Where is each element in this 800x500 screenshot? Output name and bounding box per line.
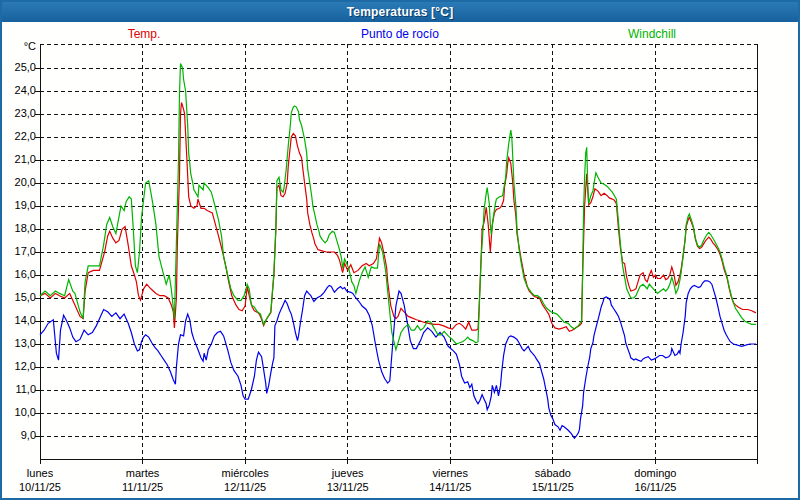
x-day-label-domingo: domingo [600, 467, 710, 479]
x-date-label-lunes: 10/11/25 [0, 481, 95, 493]
x-date-label-viernes: 14/11/25 [395, 481, 505, 493]
y-axis-unit-label: °C [4, 40, 36, 52]
y-tick-label-15,0: 15,0 [4, 291, 36, 303]
y-tick-label-18,0: 18,0 [4, 222, 36, 234]
chart-content-area: Temp. Punto de rocío Windchill °C 25,024… [2, 22, 798, 498]
y-tick-label-17,0: 17,0 [4, 245, 36, 257]
y-tick-label-16,0: 16,0 [4, 268, 36, 280]
x-day-label-lunes: lunes [0, 467, 95, 479]
x-date-label-miércoles: 12/11/25 [190, 481, 300, 493]
weather-chart-window: Temperaturas [°C] Temp. Punto de rocío W… [0, 0, 800, 500]
x-date-label-jueves: 13/11/25 [293, 481, 403, 493]
x-date-label-martes: 11/11/25 [88, 481, 198, 493]
window-title: Temperaturas [°C] [347, 5, 454, 19]
x-day-label-jueves: jueves [293, 467, 403, 479]
y-tick-label-19,0: 19,0 [4, 199, 36, 211]
y-tick-label-14,0: 14,0 [4, 314, 36, 326]
x-day-label-miércoles: miércoles [190, 467, 300, 479]
y-tick-label-25,0: 25,0 [4, 61, 36, 73]
y-tick-label-24,0: 24,0 [4, 84, 36, 96]
legend-dew-point: Punto de rocío [361, 27, 439, 41]
x-day-label-martes: martes [88, 467, 198, 479]
windchill-curve [40, 63, 756, 349]
legend-temp: Temp. [128, 27, 161, 41]
window-titlebar[interactable]: Temperaturas [°C] [2, 2, 798, 22]
x-date-label-sábado: 15/11/25 [498, 481, 608, 493]
y-tick-label-22,0: 22,0 [4, 130, 36, 142]
y-tick-label-12,0: 12,0 [4, 360, 36, 372]
x-date-label-domingo: 16/11/25 [600, 481, 710, 493]
y-tick-label-21,0: 21,0 [4, 153, 36, 165]
punto-de-roc-o-curve [40, 281, 756, 439]
x-day-label-viernes: viernes [395, 467, 505, 479]
x-day-label-sábado: sábado [498, 467, 608, 479]
y-tick-label-20,0: 20,0 [4, 176, 36, 188]
y-tick-label-9,0: 9,0 [4, 429, 36, 441]
y-tick-label-13,0: 13,0 [4, 337, 36, 349]
y-tick-label-10,0: 10,0 [4, 406, 36, 418]
y-tick-label-11,0: 11,0 [4, 383, 36, 395]
legend-windchill: Windchill [628, 27, 676, 41]
temperature-chart [2, 22, 798, 498]
y-tick-label-23,0: 23,0 [4, 107, 36, 119]
